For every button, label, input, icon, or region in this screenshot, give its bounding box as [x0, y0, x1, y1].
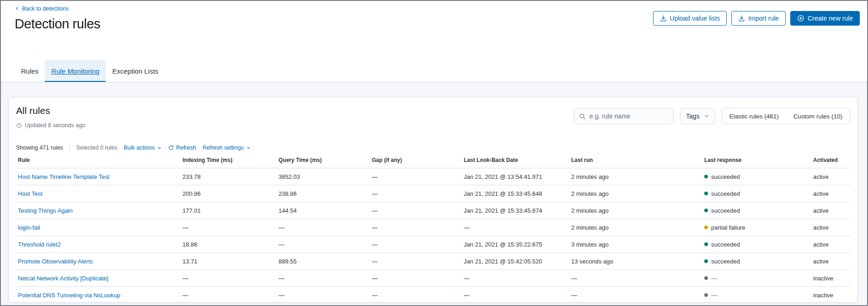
- create-new-rule-button[interactable]: Create new rule: [790, 11, 860, 26]
- table-row: login-fail————2 minutes agopartial failu…: [16, 219, 850, 236]
- table-cell: —: [279, 287, 372, 303]
- last-response-label: —: [711, 275, 717, 282]
- rule-link[interactable]: Host Name Timeline Template Test: [18, 173, 109, 180]
- rule-link[interactable]: Threshold rulet2: [18, 241, 61, 248]
- health-dot-icon: [704, 242, 708, 246]
- rule-link[interactable]: Netcat Network Activity [Duplicate]: [18, 275, 108, 282]
- table-row: Threshold rulet218.86——Jan 21, 2021 @ 15…: [16, 236, 850, 253]
- import-icon: [738, 15, 745, 22]
- table-row: Promote Observability Alerts13.71889.55—…: [16, 253, 850, 270]
- health-dot-icon: [704, 293, 708, 297]
- last-response-cell: succeeded: [704, 202, 813, 219]
- tabs: Rules Rule Monitoring Exception Lists: [1, 60, 867, 82]
- table-cell: —: [372, 270, 464, 287]
- table-cell: —: [182, 270, 279, 287]
- table-cell: —: [571, 270, 704, 287]
- table-cell: —: [372, 253, 464, 270]
- health-dot-icon: [704, 209, 708, 212]
- table-cell: Jan 21, 2021 @ 15:33:45.648: [464, 185, 571, 202]
- table-cell: 889.55: [279, 253, 372, 270]
- rule-link[interactable]: Host Test: [18, 190, 43, 197]
- upload-value-lists-button[interactable]: Upload value lists: [653, 11, 727, 26]
- back-to-detections-link[interactable]: Back to detections: [15, 5, 69, 12]
- tab-rule-monitoring[interactable]: Rule Monitoring: [45, 60, 106, 82]
- table-cell: —: [571, 287, 704, 303]
- table-cell: —: [279, 270, 372, 287]
- tab-rules[interactable]: Rules: [15, 60, 45, 82]
- rule-link[interactable]: Promote Observability Alerts: [18, 258, 93, 265]
- last-response-label: succeeded: [711, 190, 740, 197]
- last-response-cell: succeeded: [704, 185, 813, 202]
- last-response-cell: —: [704, 287, 813, 303]
- upload-value-lists-label: Upload value lists: [670, 15, 720, 22]
- table-cell: —: [372, 287, 464, 303]
- table-cell: —: [464, 270, 571, 287]
- activated-cell: active: [813, 253, 850, 270]
- column-header: Indexing Time (ms): [182, 155, 279, 168]
- table-cell: —: [372, 185, 464, 202]
- updated-text: Updated 8 seconds ago: [25, 122, 85, 129]
- last-response-cell: —: [704, 270, 813, 287]
- table-cell: 2 minutes ago: [571, 219, 704, 236]
- search-icon: [579, 113, 586, 120]
- last-response-label: succeeded: [711, 207, 740, 214]
- health-dot-icon: [704, 225, 708, 229]
- table-row: Potential DNS Tunneling via NsLookup————…: [16, 287, 850, 303]
- rule-link[interactable]: Testing Things Again: [18, 207, 73, 214]
- plus-circle-icon: [797, 15, 804, 22]
- last-response-cell: succeeded: [704, 168, 813, 185]
- clock-icon: [16, 123, 22, 129]
- activated-cell: active: [813, 202, 850, 219]
- activated-cell: active: [813, 219, 850, 236]
- import-rule-button[interactable]: Import rule: [731, 11, 786, 26]
- table-cell: —: [464, 219, 571, 236]
- column-header: Rule: [16, 155, 182, 168]
- refresh-button[interactable]: Refresh: [168, 145, 196, 151]
- table-cell: 177.01: [182, 202, 279, 219]
- chevron-down-icon: [704, 113, 709, 119]
- page-header: Back to detections Detection rules Uploa…: [1, 1, 867, 32]
- health-dot-icon: [704, 259, 708, 263]
- table-cell: 2 minutes ago: [571, 168, 704, 185]
- rule-search-box: [574, 108, 674, 124]
- rules-table: RuleIndexing Time (ms)Query Time (ms)Gap…: [16, 155, 850, 303]
- rules-table-body: Host Name Timeline Template Test233.7838…: [16, 168, 850, 303]
- table-cell: —: [372, 236, 464, 253]
- table-cell: 200.86: [182, 185, 279, 202]
- panel-head-left: All rules Updated 8 seconds ago: [16, 105, 85, 129]
- detection-rules-page: Back to detections Detection rules Uploa…: [0, 0, 868, 306]
- last-response-cell: partial failure: [704, 219, 813, 236]
- custom-rules-filter-button[interactable]: Custom rules (10): [786, 108, 850, 124]
- panel-head: All rules Updated 8 seconds ago: [16, 105, 850, 129]
- column-header: Last response: [704, 155, 813, 168]
- column-header: Last Look-Back Date: [464, 155, 571, 168]
- bulk-actions-button[interactable]: Bulk actions: [124, 145, 162, 151]
- last-response-label: —: [711, 292, 717, 299]
- refresh-settings-label: Refresh settings: [203, 145, 244, 151]
- table-cell: 3 minutes ago: [571, 236, 704, 253]
- last-response-label: succeeded: [711, 258, 740, 265]
- table-row: Testing Things Again177.01144.54—Jan 21,…: [16, 202, 850, 219]
- activated-cell: active: [813, 185, 850, 202]
- rule-link[interactable]: login-fail: [18, 224, 40, 231]
- chevron-left-icon: [15, 6, 20, 11]
- search-input[interactable]: [589, 113, 669, 120]
- column-header: Gap (if any): [372, 155, 464, 168]
- last-response-cell: succeeded: [704, 253, 813, 270]
- refresh-settings-button[interactable]: Refresh settings: [203, 145, 251, 151]
- column-header: Last run: [571, 155, 704, 168]
- tags-dropdown[interactable]: Tags: [680, 108, 715, 124]
- utility-bar: Showing 471 rules Selected 0 rules Bulk …: [16, 144, 850, 151]
- table-cell: —: [279, 219, 372, 236]
- chevron-down-icon: [246, 145, 251, 150]
- table-cell: Jan 21, 2021 @ 13:54:41.971: [464, 168, 571, 185]
- table-cell: —: [182, 287, 279, 303]
- tab-exception-lists[interactable]: Exception Lists: [106, 60, 165, 82]
- last-response-label: succeeded: [711, 173, 740, 180]
- rule-link[interactable]: Potential DNS Tunneling via NsLookup: [18, 292, 120, 299]
- tags-label: Tags: [686, 113, 700, 120]
- page-title: Detection rules: [15, 16, 100, 32]
- rules-filter-group: Elastic rules (461) Custom rules (10): [722, 108, 850, 124]
- back-link-label: Back to detections: [22, 5, 69, 12]
- elastic-rules-filter-button[interactable]: Elastic rules (461): [722, 108, 786, 124]
